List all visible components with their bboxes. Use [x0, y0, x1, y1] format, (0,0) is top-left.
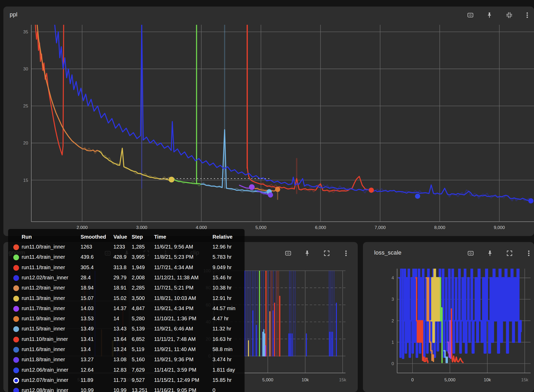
tooltip-header-time: Time	[154, 234, 166, 240]
tooltip-cell: 15.46 hr	[213, 275, 232, 281]
tooltip-cell: 14.03	[81, 305, 94, 311]
tooltip-cell: 10.99	[113, 387, 126, 392]
y-tick-label: 20	[23, 141, 28, 146]
tooltip-cell: 3,995	[132, 254, 145, 260]
tooltip-cell: 16.63 hr	[213, 336, 232, 342]
x-tick-label: 9,000	[494, 225, 505, 230]
tooltip-cell: 13.08	[113, 357, 126, 363]
y-tick-label: 35	[23, 29, 28, 34]
run-color-dot	[13, 378, 19, 383]
y-tick-label: 25	[23, 104, 28, 108]
tooltip-cell: 58.8 min	[213, 346, 233, 352]
tooltip-header-smoothed: Smoothed	[81, 234, 106, 240]
tooltip-cell: 1,285	[132, 244, 145, 250]
tooltip-cell: 15.02	[113, 295, 126, 301]
tooltip-header-value: Value	[113, 234, 127, 240]
tooltip-cell: 2,285	[132, 285, 145, 291]
tooltip-cell: 18.94	[81, 285, 94, 291]
tooltip-cell: 13.27	[81, 357, 94, 363]
tooltip-cell: 313.8	[113, 264, 126, 270]
tooltip-header-run: Run	[22, 234, 32, 240]
tooltip-cell: 305.4	[81, 264, 94, 270]
tooltip-cell: run11.6/train_inner	[22, 346, 65, 352]
tooltip-cell: run12.07/train_inner	[22, 377, 68, 383]
x-tick-label: 5,000	[255, 225, 266, 230]
run-color-dot	[13, 285, 19, 291]
tooltip-cell: run12.06/train_inner	[22, 367, 68, 373]
run-color-dot	[13, 275, 19, 281]
run-color-dot	[13, 296, 19, 301]
tooltip-cell: 29.79	[113, 275, 126, 281]
run-color-dot	[13, 337, 19, 342]
tooltip-cell: 11/8/21, 10:03 AM	[154, 295, 196, 301]
loss_scale-chart: 05,00010k15k43210	[392, 269, 531, 382]
tooltip-cell: run12.08/train_inner	[22, 387, 68, 392]
x-tick-label: 15k	[521, 377, 529, 382]
tooltip-cell: 13.53	[81, 316, 94, 322]
x-tick-label: 6,000	[315, 225, 326, 230]
tooltip-cell: 7,629	[132, 367, 145, 373]
tooltip-cell: 11/11/21, 7:48 AM	[154, 336, 196, 342]
tooltip-cell: 5,160	[132, 357, 145, 363]
run-color-dot	[13, 388, 19, 392]
dashboard-page: ppl gnorm clip loss_scale 2,0003,0004,00…	[0, 0, 534, 392]
tooltip-cell: 11/9/21, 9:36 PM	[154, 357, 193, 363]
tooltip-cell: 11/14/21, 3:59 PM	[154, 367, 196, 373]
tooltip-cell: 13.41	[81, 336, 94, 342]
tooltip-cell: 13.64	[113, 336, 126, 342]
tooltip-cell: 14.37	[113, 305, 126, 311]
x-tick-label: 10k	[484, 377, 491, 382]
tooltip-cell: 11.89	[81, 377, 93, 383]
y-tick-label: 3	[392, 297, 394, 302]
run-color-dot	[13, 326, 19, 332]
run-color-dot	[13, 255, 19, 260]
x-tick-label: 10k	[302, 377, 309, 382]
tooltip-cell: 12.83	[113, 367, 126, 373]
run-color-dot	[13, 357, 19, 363]
tooltip-cell: 13.49	[81, 326, 94, 332]
tooltip-cell: 11/9/21, 4:34 PM	[154, 305, 193, 311]
tooltip-cell: 11/7/21, 5:21 PM	[154, 285, 193, 291]
run-color-dot	[13, 347, 19, 353]
tooltip-cell: 11/10/21, 1:36 PM	[154, 316, 196, 322]
tooltip-cell: run11.5/train_inner	[22, 326, 65, 332]
tooltip-row: run11.6/train_inner13.413.245,11911/9/21…	[8, 346, 245, 354]
y-tick-label: 15	[23, 178, 28, 183]
y-tick-label: 4	[392, 275, 394, 280]
tooltip-cell: 11/12/21, 11:38 AM	[154, 275, 199, 281]
tooltip-cell: 9.049 hr	[213, 264, 232, 270]
tooltip-header-step: Step	[132, 234, 143, 240]
tooltip-cell: run11.0/train_inner	[22, 244, 65, 250]
tooltip-cell: 439.6	[81, 254, 94, 260]
tooltip-header: Run Smoothed Value Step Time Relative	[8, 234, 245, 241]
tooltip-cell: 5.783 hr	[213, 254, 232, 260]
tooltip-cell: 11.32 hr	[213, 326, 231, 332]
ppl-chart: 2,0003,0004,0005,0006,0007,0008,0009,000…	[23, 25, 534, 230]
tooltip-cell: 18.91	[113, 285, 126, 291]
run-color-dot	[13, 306, 19, 312]
tooltip-cell: 0	[213, 387, 215, 392]
tooltip-cell: run11.1/train_inner	[22, 264, 65, 270]
tooltip-row: run11.1/train_inner305.4313.81,94911/7/2…	[8, 264, 245, 272]
tooltip-cell: 11/16/21, 9:05 PM	[154, 387, 196, 392]
y-tick-label: 0	[392, 361, 394, 366]
tooltip-cell: 10.38 hr	[213, 285, 232, 291]
tooltip-row: run11.10/train_inner13.4113.646,85211/11…	[8, 336, 245, 344]
tooltip-cell: 13.24	[113, 346, 126, 352]
y-tick-label: 1	[392, 340, 394, 345]
tooltip-cell: 1233	[113, 244, 125, 250]
tooltip-cell: run12.02/train_inner	[22, 275, 68, 281]
tooltip-row: run11.9/train_inner13.53145,28011/10/21,…	[8, 316, 245, 323]
tooltip-cell: 1263	[81, 244, 92, 250]
run-color-dot	[13, 316, 19, 322]
tooltip-cell: 11/9/21, 6:46 AM	[154, 326, 193, 332]
tooltip-cell: 428.9	[113, 254, 126, 260]
tooltip-cell: 13.43	[113, 326, 126, 332]
tooltip-cell: 11/9/21, 11:40 AM	[154, 346, 196, 352]
tooltip-cell: 13.4	[81, 346, 91, 352]
tooltip-cell: 13,251	[132, 387, 148, 392]
tooltip-cell: 3.474 hr	[213, 357, 232, 363]
tooltip-row: run11.0/train_inner126312331,28511/6/21,…	[8, 244, 245, 252]
tooltip-row: run11.2/train_inner18.9418.912,28511/7/2…	[8, 285, 245, 293]
tooltip-cell: 12.91 hr	[213, 295, 232, 301]
